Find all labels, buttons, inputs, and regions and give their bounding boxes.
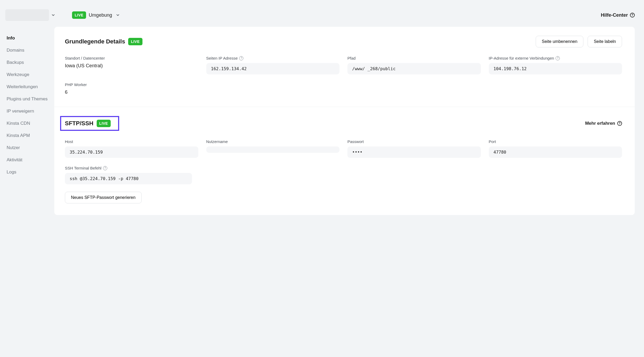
host-label: Host [65,139,198,144]
live-badge: LIVE [128,38,142,45]
port-value[interactable]: 47780 [489,146,622,158]
chevron-down-icon [116,14,119,17]
basic-details-panel: Grundlegende Details LIVE Seite umbenenn… [54,27,635,107]
site-name-placeholder [5,9,49,21]
environment-label: Umgebung [89,12,112,18]
sidebar-item-apm[interactable]: Kinsta APM [7,130,54,142]
host-value[interactable]: 35.224.70.159 [65,146,198,158]
main-panel: Grundlegende Details LIVE Seite umbenenn… [54,27,635,215]
sidebar-item-tools[interactable]: Werkzeuge [7,69,54,81]
path-field: Pfad /www/ _268/public [347,56,481,74]
sftp-ssh-panel: SFTP/SSH LIVE Mehr erfahren ? Host 35.22… [54,107,635,215]
php-worker-field: PHP Worker 6 [65,82,198,95]
sidebar-item-activity[interactable]: Aktivität [7,154,54,166]
sidebar-item-backups[interactable]: Backups [7,56,54,69]
sftp-ssh-title: SFTP/SSH [65,120,93,127]
ssh-command-label: SSH Terminal Befehl [65,166,101,170]
username-label: Nutzername [206,139,340,144]
username-value[interactable] [206,146,340,153]
learn-more-link[interactable]: Mehr erfahren ? [585,121,622,126]
php-worker-value: 6 [65,90,198,95]
sidebar-item-logs[interactable]: Logs [7,166,54,178]
path-label: Pfad [347,56,481,60]
ssh-command-value[interactable]: ssh @35.224.70.159 -p 47780 [65,173,192,184]
top-bar: LIVE Umgebung Hilfe-Center ? [0,0,644,27]
external-ip-field: IP-Adresse für externe Verbindungen ? 10… [489,56,622,74]
location-value: Iowa (US Central) [65,63,198,69]
external-ip-label: IP-Adresse für externe Verbindungen [489,56,554,60]
sidebar-item-cdn[interactable]: Kinsta CDN [7,117,54,130]
live-badge: LIVE [97,120,111,127]
location-field: Standort / Datencenter Iowa (US Central) [65,56,198,74]
sidebar-item-ip-deny[interactable]: IP verweigern [7,105,54,117]
sidebar-item-redirects[interactable]: Weiterleitungen [7,81,54,93]
site-ip-field: Seiten IP Adresse ? 162.159.134.42 [206,56,340,74]
site-ip-value[interactable]: 162.159.134.42 [206,63,340,74]
question-icon[interactable]: ? [103,166,107,170]
port-label: Port [489,139,622,144]
password-label: Passwort [347,139,481,144]
site-switcher[interactable] [5,9,55,21]
question-icon: ? [630,13,635,17]
password-value[interactable]: •••• [347,146,481,158]
help-center-label: Hilfe-Center [601,12,628,18]
password-field: Passwort •••• [347,139,481,158]
external-ip-value[interactable]: 104.198.76.12 [489,63,622,74]
path-value[interactable]: /www/ _268/public [347,63,481,74]
port-field: Port 47780 [489,139,622,158]
sidebar-item-plugins[interactable]: Plugins und Themes [7,93,54,105]
environment-switcher[interactable]: LIVE Umgebung [72,11,119,19]
sidebar: Info Domains Backups Werkzeuge Weiterlei… [0,27,54,178]
chevron-down-icon [52,14,55,17]
location-label: Standort / Datencenter [65,56,198,60]
regenerate-sftp-password-button[interactable]: Neues SFTP-Passwort generieren [65,192,142,203]
sftp-ssh-highlight: SFTP/SSH LIVE [60,116,119,131]
help-center-link[interactable]: Hilfe-Center ? [601,12,635,18]
site-ip-label: Seiten IP Adresse [206,56,238,60]
sidebar-item-users[interactable]: Nutzer [7,142,54,154]
question-icon: ? [617,121,622,126]
label-site-button[interactable]: Seite labeln [588,36,622,47]
php-worker-label: PHP Worker [65,82,198,87]
basic-details-title: Grundlegende Details [65,38,125,45]
sidebar-item-domains[interactable]: Domains [7,44,54,56]
username-field: Nutzername [206,139,340,158]
live-badge: LIVE [72,11,86,19]
sidebar-item-info[interactable]: Info [7,32,54,44]
question-icon[interactable]: ? [556,56,560,60]
host-field: Host 35.224.70.159 [65,139,198,158]
ssh-command-field: SSH Terminal Befehl ? ssh @35.224.70.159… [65,166,192,184]
rename-site-button[interactable]: Seite umbenennen [536,36,583,47]
question-icon[interactable]: ? [239,56,243,60]
